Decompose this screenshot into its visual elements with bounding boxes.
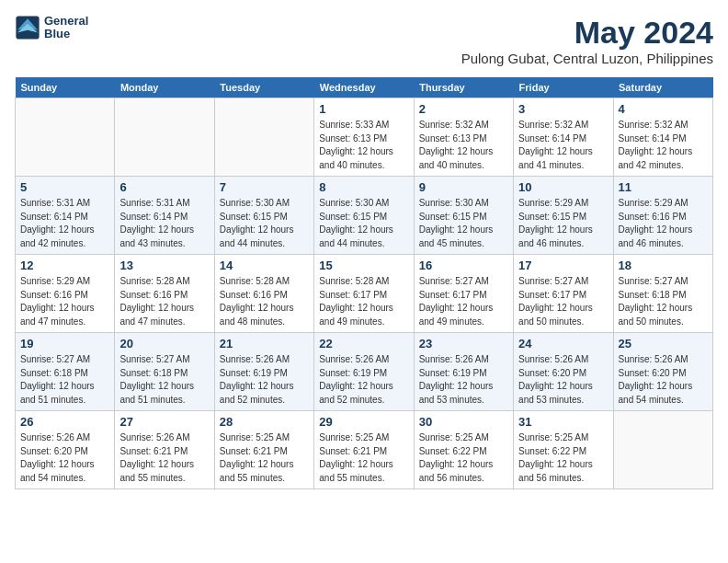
- cell-content: Sunrise: 5:28 AM Sunset: 6:16 PM Dayligh…: [220, 275, 309, 328]
- page-header: General Blue May 2024 Pulong Gubat, Cent…: [15, 15, 713, 66]
- calendar-cell: 19Sunrise: 5:27 AM Sunset: 6:18 PM Dayli…: [16, 333, 115, 411]
- calendar-cell: 24Sunrise: 5:26 AM Sunset: 6:20 PM Dayli…: [514, 333, 613, 411]
- cell-content: Sunrise: 5:27 AM Sunset: 6:18 PM Dayligh…: [619, 275, 708, 328]
- calendar-cell: 22Sunrise: 5:26 AM Sunset: 6:19 PM Dayli…: [314, 333, 414, 411]
- day-header-tuesday: Tuesday: [214, 77, 313, 98]
- day-header-sunday: Sunday: [16, 77, 115, 98]
- cell-content: Sunrise: 5:26 AM Sunset: 6:19 PM Dayligh…: [319, 353, 408, 407]
- day-number: 26: [20, 415, 109, 429]
- day-header-wednesday: Wednesday: [314, 77, 414, 98]
- day-number: 2: [419, 102, 508, 116]
- day-number: 18: [619, 259, 708, 272]
- day-header-saturday: Saturday: [613, 77, 712, 98]
- cell-content: Sunrise: 5:30 AM Sunset: 6:15 PM Dayligh…: [319, 197, 408, 250]
- day-number: 12: [20, 259, 109, 272]
- calendar-cell: 20Sunrise: 5:27 AM Sunset: 6:18 PM Dayli…: [115, 333, 214, 411]
- day-header-friday: Friday: [514, 77, 613, 98]
- cell-content: Sunrise: 5:26 AM Sunset: 6:20 PM Dayligh…: [619, 353, 708, 407]
- cell-content: Sunrise: 5:31 AM Sunset: 6:14 PM Dayligh…: [20, 197, 109, 250]
- cell-content: Sunrise: 5:31 AM Sunset: 6:14 PM Dayligh…: [119, 197, 209, 250]
- day-number: 31: [518, 415, 608, 429]
- cell-content: Sunrise: 5:26 AM Sunset: 6:19 PM Dayligh…: [220, 353, 309, 407]
- day-number: 3: [518, 102, 608, 116]
- cell-content: Sunrise: 5:32 AM Sunset: 6:14 PM Dayligh…: [619, 119, 708, 172]
- day-number: 30: [419, 415, 508, 429]
- calendar-cell: 23Sunrise: 5:26 AM Sunset: 6:19 PM Dayli…: [414, 333, 513, 411]
- page-title: May 2024: [461, 15, 713, 51]
- day-number: 1: [319, 102, 408, 116]
- calendar-cell: [115, 98, 214, 177]
- cell-content: Sunrise: 5:27 AM Sunset: 6:17 PM Dayligh…: [419, 275, 508, 328]
- calendar-cell: 6Sunrise: 5:31 AM Sunset: 6:14 PM Daylig…: [115, 177, 214, 255]
- title-section: May 2024 Pulong Gubat, Central Luzon, Ph…: [461, 15, 713, 66]
- day-header-thursday: Thursday: [414, 77, 513, 98]
- day-number: 10: [518, 180, 608, 194]
- calendar-cell: 3Sunrise: 5:32 AM Sunset: 6:14 PM Daylig…: [514, 98, 613, 177]
- calendar-cell: 31Sunrise: 5:25 AM Sunset: 6:22 PM Dayli…: [514, 411, 613, 489]
- cell-content: Sunrise: 5:25 AM Sunset: 6:22 PM Dayligh…: [518, 431, 608, 485]
- calendar-cell: 26Sunrise: 5:26 AM Sunset: 6:20 PM Dayli…: [16, 411, 115, 489]
- logo-icon: [15, 15, 40, 40]
- day-header-monday: Monday: [115, 77, 214, 98]
- day-number: 24: [518, 337, 608, 350]
- calendar-cell: 29Sunrise: 5:25 AM Sunset: 6:21 PM Dayli…: [314, 411, 414, 489]
- day-number: 13: [119, 259, 209, 272]
- cell-content: Sunrise: 5:30 AM Sunset: 6:15 PM Dayligh…: [419, 197, 508, 250]
- day-number: 5: [20, 180, 109, 194]
- day-number: 4: [619, 102, 708, 116]
- calendar-cell: 27Sunrise: 5:26 AM Sunset: 6:21 PM Dayli…: [115, 411, 214, 489]
- day-number: 27: [119, 415, 209, 429]
- calendar-cell: 1Sunrise: 5:33 AM Sunset: 6:13 PM Daylig…: [314, 98, 414, 177]
- week-row-2: 5Sunrise: 5:31 AM Sunset: 6:14 PM Daylig…: [16, 177, 713, 255]
- cell-content: Sunrise: 5:32 AM Sunset: 6:13 PM Dayligh…: [419, 119, 508, 172]
- cell-content: Sunrise: 5:29 AM Sunset: 6:16 PM Dayligh…: [20, 275, 109, 328]
- day-number: 23: [419, 337, 508, 350]
- calendar-cell: 8Sunrise: 5:30 AM Sunset: 6:15 PM Daylig…: [314, 177, 414, 255]
- calendar-cell: 15Sunrise: 5:28 AM Sunset: 6:17 PM Dayli…: [314, 255, 414, 333]
- calendar-cell: 17Sunrise: 5:27 AM Sunset: 6:17 PM Dayli…: [514, 255, 613, 333]
- cell-content: Sunrise: 5:27 AM Sunset: 6:17 PM Dayligh…: [518, 275, 608, 328]
- day-number: 21: [220, 337, 309, 350]
- calendar-cell: 9Sunrise: 5:30 AM Sunset: 6:15 PM Daylig…: [414, 177, 513, 255]
- calendar-cell: 4Sunrise: 5:32 AM Sunset: 6:14 PM Daylig…: [613, 98, 712, 177]
- cell-content: Sunrise: 5:25 AM Sunset: 6:21 PM Dayligh…: [220, 431, 309, 485]
- calendar-cell: 21Sunrise: 5:26 AM Sunset: 6:19 PM Dayli…: [214, 333, 313, 411]
- cell-content: Sunrise: 5:27 AM Sunset: 6:18 PM Dayligh…: [20, 353, 109, 407]
- calendar-cell: 7Sunrise: 5:30 AM Sunset: 6:15 PM Daylig…: [214, 177, 313, 255]
- day-number: 9: [419, 180, 508, 194]
- cell-content: Sunrise: 5:32 AM Sunset: 6:14 PM Dayligh…: [518, 119, 608, 172]
- page-subtitle: Pulong Gubat, Central Luzon, Philippines: [461, 51, 713, 66]
- calendar-cell: 18Sunrise: 5:27 AM Sunset: 6:18 PM Dayli…: [613, 255, 712, 333]
- cell-content: Sunrise: 5:26 AM Sunset: 6:19 PM Dayligh…: [419, 353, 508, 407]
- calendar-cell: 16Sunrise: 5:27 AM Sunset: 6:17 PM Dayli…: [414, 255, 513, 333]
- day-number: 22: [319, 337, 408, 350]
- calendar-cell: 28Sunrise: 5:25 AM Sunset: 6:21 PM Dayli…: [214, 411, 313, 489]
- cell-content: Sunrise: 5:25 AM Sunset: 6:22 PM Dayligh…: [419, 431, 508, 485]
- cell-content: Sunrise: 5:26 AM Sunset: 6:20 PM Dayligh…: [518, 353, 608, 407]
- cell-content: Sunrise: 5:25 AM Sunset: 6:21 PM Dayligh…: [319, 431, 408, 485]
- calendar-cell: 10Sunrise: 5:29 AM Sunset: 6:15 PM Dayli…: [514, 177, 613, 255]
- calendar-cell: 12Sunrise: 5:29 AM Sunset: 6:16 PM Dayli…: [16, 255, 115, 333]
- day-number: 28: [220, 415, 309, 429]
- calendar-cell: [16, 98, 115, 177]
- calendar-cell: 11Sunrise: 5:29 AM Sunset: 6:16 PM Dayli…: [613, 177, 712, 255]
- logo: General Blue: [15, 15, 88, 41]
- cell-content: Sunrise: 5:28 AM Sunset: 6:16 PM Dayligh…: [119, 275, 209, 328]
- calendar-table: SundayMondayTuesdayWednesdayThursdayFrid…: [15, 77, 713, 489]
- calendar-cell: 14Sunrise: 5:28 AM Sunset: 6:16 PM Dayli…: [214, 255, 313, 333]
- day-number: 17: [518, 259, 608, 272]
- day-number: 6: [119, 180, 209, 194]
- day-number: 20: [119, 337, 209, 350]
- day-number: 19: [20, 337, 109, 350]
- week-row-5: 26Sunrise: 5:26 AM Sunset: 6:20 PM Dayli…: [16, 411, 713, 489]
- cell-content: Sunrise: 5:27 AM Sunset: 6:18 PM Dayligh…: [119, 353, 209, 407]
- cell-content: Sunrise: 5:33 AM Sunset: 6:13 PM Dayligh…: [319, 119, 408, 172]
- header-row: SundayMondayTuesdayWednesdayThursdayFrid…: [16, 77, 713, 98]
- day-number: 11: [619, 180, 708, 194]
- calendar-cell: 2Sunrise: 5:32 AM Sunset: 6:13 PM Daylig…: [414, 98, 513, 177]
- day-number: 29: [319, 415, 408, 429]
- day-number: 25: [619, 337, 708, 350]
- day-number: 7: [220, 180, 309, 194]
- week-row-4: 19Sunrise: 5:27 AM Sunset: 6:18 PM Dayli…: [16, 333, 713, 411]
- day-number: 14: [220, 259, 309, 272]
